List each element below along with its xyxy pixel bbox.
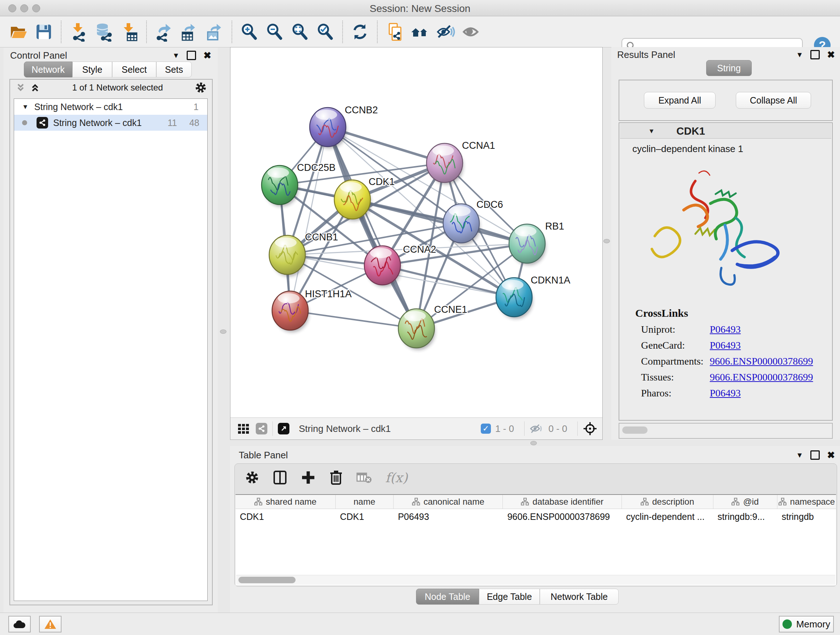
column-header[interactable]: canonical name xyxy=(393,495,503,509)
delete-column-icon[interactable] xyxy=(329,470,343,486)
network-canvas[interactable]: CCNB2CCNA1CDC25BCDK1CDC6RB1CCNB1CCNA2CDK… xyxy=(231,48,602,418)
table-horizontal-scrollbar[interactable] xyxy=(236,575,835,585)
left-splitter-handle[interactable] xyxy=(220,329,226,334)
collapse-triangle-icon[interactable]: ▼ xyxy=(648,127,655,135)
add-column-icon[interactable] xyxy=(301,470,316,485)
columns-icon[interactable] xyxy=(272,470,287,485)
panel-float-icon[interactable] xyxy=(187,51,196,60)
protein-structure-image xyxy=(641,159,800,297)
grid-view-icon[interactable] xyxy=(237,422,250,435)
refresh-view-icon[interactable] xyxy=(349,21,370,42)
node-label-HIST1H1A: HIST1H1A xyxy=(305,288,352,299)
cell-id[interactable]: stringdb:9... xyxy=(714,509,777,524)
zoom-in-icon[interactable] xyxy=(239,21,260,42)
crosslink-link[interactable]: P06493 xyxy=(710,387,741,399)
node-label-CDKN1A: CDKN1A xyxy=(531,275,570,286)
protein-header-row[interactable]: ▼ CDK1 xyxy=(620,124,831,139)
network-node-HIST1H1A[interactable]: HIST1H1A xyxy=(272,288,352,333)
export-table-icon[interactable] xyxy=(179,21,200,42)
cell-name[interactable]: CDK1 xyxy=(336,509,393,524)
open-session-icon[interactable] xyxy=(8,21,29,42)
import-network-file-icon[interactable] xyxy=(68,21,89,42)
network-node-CDK1[interactable]: CDK1 xyxy=(334,176,395,221)
scrollbar-thumb[interactable] xyxy=(238,577,295,583)
network-badge-icon[interactable] xyxy=(256,423,267,434)
panel-float-icon[interactable] xyxy=(810,50,820,59)
home-neighbors-icon[interactable] xyxy=(409,21,431,42)
network-tree-child-row[interactable]: String Network – cdk1 11 48 xyxy=(14,115,207,131)
cell-database-identifier[interactable]: 9606.ENSP00000378699 xyxy=(503,509,622,524)
crosslink-link[interactable]: P06493 xyxy=(710,340,741,351)
panel-close-icon[interactable]: ✖ xyxy=(203,52,211,59)
table-gear-icon[interactable] xyxy=(245,470,259,485)
column-header[interactable]: shared name xyxy=(235,495,336,509)
network-node-CDKN1A[interactable]: CDKN1A xyxy=(496,275,570,319)
tab-node-table[interactable]: Node Table xyxy=(416,589,479,605)
birdseye-crosshair-icon[interactable] xyxy=(583,421,597,436)
collapse-all-button[interactable]: Collapse All xyxy=(736,92,811,109)
warning-button[interactable] xyxy=(39,616,62,632)
panel-close-icon[interactable]: ✖ xyxy=(827,51,835,58)
hide-selected-eye-icon[interactable] xyxy=(435,21,456,42)
panel-caret-icon[interactable]: ▼ xyxy=(796,51,803,59)
right-splitter-handle[interactable] xyxy=(603,239,610,243)
crosslink-link[interactable]: 9606.ENSP00000378699 xyxy=(710,371,813,383)
save-session-icon[interactable] xyxy=(33,21,54,42)
column-header[interactable]: namespace xyxy=(777,495,836,509)
expand-all-chevron-icon[interactable] xyxy=(30,82,41,93)
tree-expand-icon[interactable]: ▼ xyxy=(22,103,28,111)
crosslink-link[interactable]: 9606.ENSP00000378699 xyxy=(710,356,813,367)
column-header[interactable]: @id xyxy=(714,495,777,509)
tab-sets[interactable]: Sets xyxy=(156,62,192,78)
table-container: f(x) shared name name canonical name xyxy=(234,463,837,586)
panel-caret-icon[interactable]: ▼ xyxy=(796,451,803,459)
import-network-database-icon[interactable] xyxy=(93,21,114,42)
panel-close-icon[interactable]: ✖ xyxy=(827,451,835,459)
crosslink-link[interactable]: P06493 xyxy=(710,324,741,335)
column-header[interactable]: database identifier xyxy=(503,495,622,509)
zoom-fit-icon[interactable] xyxy=(289,21,310,42)
network-tree-root-row[interactable]: ▼ String Network – cdk1 1 xyxy=(14,99,207,115)
results-scroll-thumb[interactable] xyxy=(622,426,647,434)
expand-all-button[interactable]: Expand All xyxy=(644,92,715,109)
clone-network-icon[interactable] xyxy=(384,21,405,42)
show-all-eye-icon[interactable] xyxy=(460,21,481,42)
tab-network[interactable]: Network xyxy=(24,62,73,78)
network-view: CCNB2CCNA1CDC25BCDK1CDC6RB1CCNB1CCNA2CDK… xyxy=(230,47,603,440)
export-image-icon[interactable] xyxy=(204,21,225,42)
panel-caret-icon[interactable]: ▼ xyxy=(172,51,180,60)
window-statusbar: Memory xyxy=(0,613,840,635)
zoom-out-icon[interactable] xyxy=(264,21,285,42)
cell-canonical-name[interactable]: P06493 xyxy=(393,509,503,524)
column-header[interactable]: name xyxy=(336,495,393,509)
cloud-button[interactable] xyxy=(8,616,31,632)
network-node-CCNB1[interactable]: CCNB1 xyxy=(269,232,338,277)
network-edge[interactable] xyxy=(290,310,416,328)
memory-label: Memory xyxy=(796,619,830,630)
open-in-window-icon[interactable] xyxy=(278,423,289,434)
network-node-RB1[interactable]: RB1 xyxy=(509,221,564,265)
crosslink-row: Tissues: 9606.ENSP00000378699 xyxy=(641,371,832,383)
selected-checkbox-icon[interactable]: ✓ xyxy=(481,424,491,434)
tab-network-table[interactable]: Network Table xyxy=(540,589,619,605)
memory-button[interactable]: Memory xyxy=(779,616,834,632)
cell-namespace[interactable]: stringdb xyxy=(777,509,836,524)
collapse-all-chevron-icon[interactable] xyxy=(15,82,26,93)
network-node-CCNE1[interactable]: CCNE1 xyxy=(398,304,467,350)
results-buttons-box: Expand All Collapse All xyxy=(619,80,833,121)
table-row[interactable]: CDK1 CDK1 P06493 9606.ENSP00000378699 cy… xyxy=(235,509,836,524)
tab-select[interactable]: Select xyxy=(112,62,156,78)
network-node-CDC6[interactable]: CDC6 xyxy=(443,199,503,245)
zoom-selected-icon[interactable] xyxy=(315,21,336,42)
bottom-splitter-handle[interactable] xyxy=(531,441,537,445)
tab-string[interactable]: String xyxy=(706,60,752,76)
column-header[interactable]: description xyxy=(622,495,714,509)
cell-description[interactable]: cyclin-dependent ... xyxy=(622,509,714,524)
import-table-icon[interactable] xyxy=(118,21,140,42)
gear-icon[interactable] xyxy=(195,81,207,94)
panel-float-icon[interactable] xyxy=(810,450,820,460)
tab-edge-table[interactable]: Edge Table xyxy=(479,589,540,605)
cell-shared-name[interactable]: CDK1 xyxy=(235,509,336,524)
export-network-icon[interactable] xyxy=(153,21,174,42)
tab-style[interactable]: Style xyxy=(73,62,112,78)
